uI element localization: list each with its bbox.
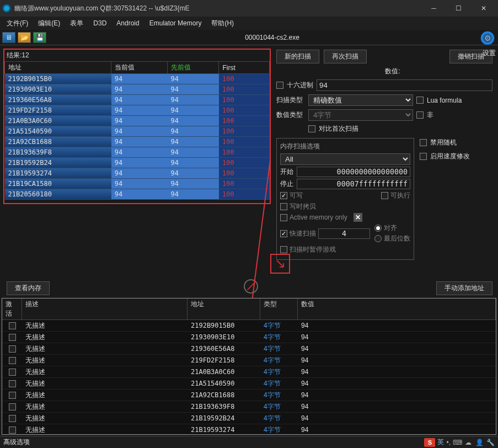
addr-header-value[interactable]: 数值 <box>298 298 496 319</box>
value-label: 数值: <box>293 67 492 76</box>
writable-checkbox[interactable] <box>280 192 287 199</box>
address-row[interactable]: 无描述219FD2F21584字节94 <box>2 355 496 366</box>
results-header-address[interactable]: 地址 <box>5 62 111 74</box>
row-active-checkbox[interactable] <box>9 403 16 410</box>
ime-lang: 英 <box>437 438 444 447</box>
row-active-checkbox[interactable] <box>9 369 16 376</box>
address-row[interactable]: 无描述21B195932744字节94 <box>2 424 496 434</box>
menu-d3d[interactable]: D3D <box>89 18 111 28</box>
menu-emumem[interactable]: Emulator Memory <box>145 18 206 28</box>
mem-stop-label: 停止 <box>280 179 293 189</box>
enable-speed-checkbox[interactable] <box>420 153 427 160</box>
cow-checkbox[interactable] <box>280 203 287 210</box>
results-header-previous[interactable]: 先前值 <box>167 62 219 74</box>
mem-start-input[interactable] <box>297 167 410 177</box>
fast-scan-checkbox[interactable] <box>280 230 287 237</box>
results-table[interactable]: 地址 当前值 先前值 First 2192B9015B0949410021930… <box>4 61 270 200</box>
mem-region-select[interactable]: All <box>280 153 410 165</box>
address-row[interactable]: 无描述21930903E104字节94 <box>2 332 496 343</box>
menu-table[interactable]: 表单 <box>66 18 88 29</box>
gear-icon[interactable]: ⚙ <box>480 31 495 45</box>
new-scan-button[interactable]: 新的扫描 <box>276 50 319 63</box>
save-icon[interactable]: 💾 <box>33 32 46 43</box>
value-type-select[interactable]: 4字节 <box>308 109 413 121</box>
addr-header-active[interactable]: 激活 <box>2 298 22 319</box>
executable-checkbox[interactable] <box>381 192 388 199</box>
results-row[interactable]: 21B193639F89494100 <box>5 147 270 158</box>
mem-stop-input[interactable] <box>297 179 410 189</box>
address-list-body[interactable]: 无描述2192B9015B04字节94无描述21930903E104字节94无描… <box>2 320 496 434</box>
hex-checkbox[interactable] <box>276 82 283 89</box>
results-row[interactable]: 219FD2F21589494100 <box>5 105 270 116</box>
results-row[interactable]: 219360E56A89494100 <box>5 95 270 105</box>
open-icon[interactable]: 📂 <box>18 32 31 43</box>
row-active-checkbox[interactable] <box>9 392 16 399</box>
row-active-checkbox[interactable] <box>9 380 16 387</box>
last-digits-radio[interactable] <box>374 235 382 242</box>
active-only-checkbox[interactable] <box>280 214 287 221</box>
ime-logo-icon: S <box>424 438 435 447</box>
select-process-icon[interactable]: 🖥 <box>2 32 15 43</box>
row-active-checkbox[interactable] <box>9 426 16 434</box>
address-row[interactable]: 无描述21A515405904字节94 <box>2 378 496 390</box>
address-row[interactable]: 无描述21B19592B244字节94 <box>2 413 496 424</box>
compare-first-checkbox[interactable] <box>308 125 315 132</box>
menu-edit[interactable]: 编辑(E) <box>34 18 65 29</box>
next-scan-button[interactable]: 再次扫描 <box>324 50 367 63</box>
row-active-checkbox[interactable] <box>9 357 16 364</box>
ime-tray[interactable]: S 英 •, ⌨ ☁ 👤 🔧 <box>424 438 495 447</box>
addr-header-type[interactable]: 类型 <box>260 298 298 319</box>
results-row[interactable]: 21B205601809494100 <box>5 189 270 200</box>
results-count: 结果:12 <box>4 50 270 61</box>
menubar: 文件(F) 编辑(E) 表单 D3D Android Emulator Memo… <box>0 17 498 30</box>
cancel-icon[interactable] <box>244 279 258 294</box>
align-radio[interactable] <box>374 225 382 232</box>
minimize-button[interactable]: ─ <box>421 0 446 17</box>
row-active-checkbox[interactable] <box>9 322 16 329</box>
lua-label: Lua formula <box>427 97 462 104</box>
arrow-down-right-icon <box>275 258 286 269</box>
not-checkbox[interactable] <box>416 111 424 119</box>
address-list-header: 激活 描述 地址 类型 数值 <box>2 298 496 320</box>
row-active-checkbox[interactable] <box>9 415 16 422</box>
results-row[interactable]: 21A515405909494100 <box>5 126 270 137</box>
pause-checkbox[interactable] <box>280 246 287 253</box>
disable-random-checkbox[interactable] <box>420 139 427 146</box>
maximize-button[interactable]: ☐ <box>446 0 471 17</box>
addr-header-addr[interactable]: 地址 <box>188 298 260 319</box>
results-row[interactable]: 2192B9015B09494100 <box>5 74 270 84</box>
results-row[interactable]: 21930903E109494100 <box>5 84 270 95</box>
results-row[interactable]: 21B195932749494100 <box>5 168 270 179</box>
address-row[interactable]: 无描述21B193639F84字节94 <box>2 401 496 413</box>
row-active-checkbox[interactable] <box>9 334 16 341</box>
address-row[interactable]: 无描述219360E56A84字节94 <box>2 343 496 355</box>
fast-scan-value[interactable] <box>318 228 370 239</box>
results-row[interactable]: 21B19CA15809494100 <box>5 179 270 189</box>
address-row[interactable]: 无描述21A92CB16884字节94 <box>2 390 496 401</box>
mem-start-label: 开始 <box>280 167 293 177</box>
menu-file[interactable]: 文件(F) <box>2 18 33 29</box>
address-row[interactable]: 无描述21A0B3A0C604字节94 <box>2 366 496 378</box>
menu-help[interactable]: 帮助(H) <box>207 18 238 29</box>
addr-header-desc[interactable]: 描述 <box>22 298 188 319</box>
add-to-list-button[interactable] <box>270 254 290 274</box>
view-memory-button[interactable]: 查看内存 <box>7 281 50 295</box>
row-active-checkbox[interactable] <box>9 345 16 353</box>
results-row[interactable]: 21A0B3A0C609494100 <box>5 116 270 126</box>
results-row[interactable]: 21B19592B249494100 <box>5 158 270 168</box>
menu-android[interactable]: Android <box>112 18 143 28</box>
ime-punct-icon: •, <box>446 439 451 446</box>
settings-label[interactable]: 设置 <box>483 49 496 58</box>
results-row[interactable]: 21A92CB16889494100 <box>5 137 270 147</box>
close-button[interactable]: ✕ <box>471 0 496 17</box>
results-header-first[interactable]: First <box>219 62 270 74</box>
compare-first-label: 对比首次扫描 <box>319 124 358 134</box>
advanced-options[interactable]: 高级选项 <box>3 438 30 447</box>
lua-checkbox[interactable] <box>416 97 424 104</box>
results-header-current[interactable]: 当前值 <box>111 62 168 74</box>
active-only-clear-icon[interactable]: ✕ <box>354 213 362 222</box>
address-row[interactable]: 无描述2192B9015B04字节94 <box>2 320 496 332</box>
value-input[interactable] <box>317 79 492 91</box>
scan-type-select[interactable]: 精确数值 <box>308 94 413 106</box>
manual-add-button[interactable]: 手动添加地址 <box>436 281 492 295</box>
